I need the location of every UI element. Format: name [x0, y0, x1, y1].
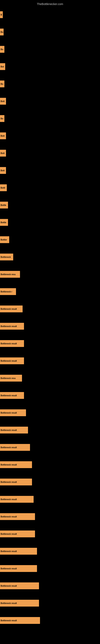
- bar-label: Bottleneck result: [0, 617, 40, 624]
- bar-label: Bott: [0, 132, 6, 139]
- bar-label: Bottleneck result: [0, 409, 26, 416]
- bar-row: Bottleneck result: [0, 560, 100, 577]
- bar-label: Bottleneck result: [0, 461, 32, 468]
- bar-label: Bottler: [0, 236, 9, 243]
- bar-label: Bottleneck result: [0, 582, 39, 589]
- bar-row: Bottleneck result: [0, 300, 100, 318]
- bar-row: Bottleneck resu: [0, 370, 100, 387]
- bar-label: Bo: [0, 28, 3, 36]
- bar-label: Bo: [0, 80, 4, 87]
- bar-row: Bottl: [0, 179, 100, 196]
- bar-row: Bott: [0, 162, 100, 179]
- bar-label: Bottleneck result: [0, 323, 24, 330]
- bar-label: Bottleneck result: [0, 427, 28, 434]
- bar-row: Bottleneck result: [0, 335, 100, 352]
- bar-row: Bottleneck result: [0, 594, 100, 612]
- bar-row: Bo: [0, 110, 100, 127]
- bars-container: BBoBoBotBoBottBoBottBottBottBottlBottleB…: [0, 6, 100, 629]
- bar-label: Bottleneck result: [0, 358, 24, 364]
- bar-label: Bottleneck result: [0, 392, 24, 399]
- bar-row: Bo: [0, 75, 100, 92]
- bar-row: Bottleneck result: [0, 508, 100, 525]
- bar-label: Bot: [0, 63, 5, 70]
- bar-label: Bottleneck r: [0, 288, 16, 295]
- bar-row: B: [0, 6, 100, 23]
- bar-row: Bottleneck result: [0, 491, 100, 508]
- bar-label: Bottleneck resu: [0, 375, 22, 382]
- bar-row: Bottleneck result: [0, 577, 100, 594]
- bar-label: Bottleneck result: [0, 444, 30, 451]
- bar-label: Bottleneck result: [0, 513, 35, 520]
- bar-row: Bottleneck result: [0, 612, 100, 629]
- bar-label: Bottleneck result: [0, 496, 34, 503]
- bar-row: Bott: [0, 127, 100, 144]
- bar-row: Bottle: [0, 214, 100, 231]
- bar-row: Bottleneck result: [0, 352, 100, 370]
- bar-label: Bottle: [0, 202, 8, 208]
- bar-label: Bott: [0, 150, 6, 156]
- bar-row: Bottleneck result: [0, 318, 100, 335]
- bar-row: Bottleneck result: [0, 439, 100, 456]
- bar-row: Bottler: [0, 231, 100, 248]
- bar-row: Bottleneck result: [0, 387, 100, 404]
- bar-label: Bottleneck: [0, 254, 13, 260]
- bar-row: Bo: [0, 23, 100, 41]
- bar-row: Bottleneck resu: [0, 266, 100, 283]
- bar-row: Bottleneck result: [0, 404, 100, 422]
- bar-label: Bottleneck result: [0, 306, 23, 312]
- bar-label: Bottleneck resu: [0, 271, 20, 278]
- site-title: TheBottlenecker.com: [0, 1, 100, 6]
- bar-row: Bottleneck r: [0, 283, 100, 300]
- bar-row: Bottleneck result: [0, 542, 100, 560]
- bar-row: Bottleneck result: [0, 473, 100, 491]
- bar-label: Bottleneck result: [0, 530, 35, 537]
- bar-row: Bottleneck: [0, 248, 100, 266]
- bar-label: Bott: [0, 98, 6, 105]
- bar-label: Bottle: [0, 219, 8, 226]
- bar-row: Bott: [0, 144, 100, 162]
- bar-label: Bottl: [0, 184, 7, 191]
- bar-label: Bottleneck result: [0, 548, 37, 555]
- bar-label: Bottleneck result: [0, 478, 32, 486]
- bar-label: Bottleneck result: [0, 340, 24, 347]
- bar-label: Bottleneck result: [0, 600, 39, 606]
- bar-row: Bottleneck result: [0, 422, 100, 439]
- bar-label: B: [0, 11, 3, 18]
- bar-row: Bott: [0, 92, 100, 110]
- bar-row: Bottle: [0, 196, 100, 214]
- bar-row: Bo: [0, 41, 100, 58]
- bar-label: Bo: [0, 115, 4, 122]
- bar-row: Bot: [0, 58, 100, 75]
- bar-label: Bo: [0, 46, 4, 53]
- bar-label: Bottleneck result: [0, 565, 37, 572]
- bar-row: Bottleneck result: [0, 456, 100, 473]
- bar-row: Bottleneck result: [0, 525, 100, 542]
- bar-label: Bott: [0, 167, 6, 174]
